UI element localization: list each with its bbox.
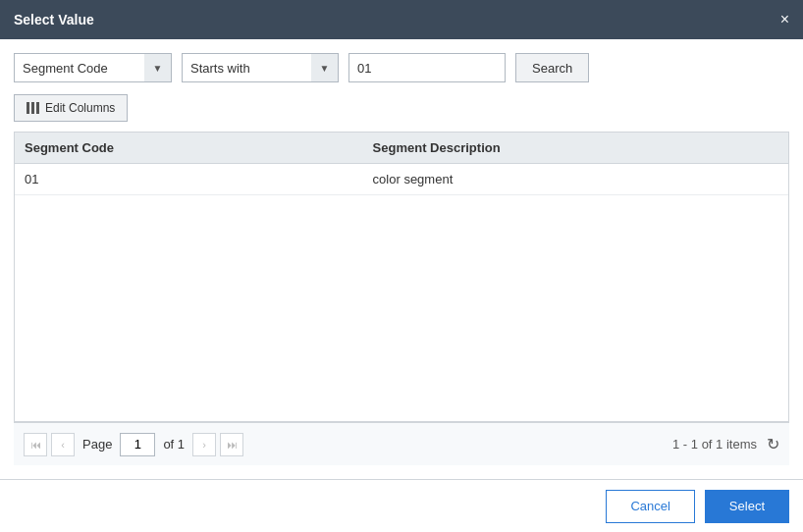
results-table-container: Segment Code Segment Description 01 colo… bbox=[14, 132, 789, 422]
pagination-row: ⏮ ‹ Page of 1 › ⏭ 1 - 1 of 1 items ↻ bbox=[14, 422, 789, 465]
next-page-button[interactable]: › bbox=[192, 433, 216, 456]
results-table: Segment Code Segment Description 01 colo… bbox=[15, 133, 788, 195]
edit-columns-button[interactable]: Edit Columns bbox=[14, 94, 128, 122]
pagination-summary: 1 - 1 of 1 items ↻ bbox=[672, 435, 779, 453]
search-button[interactable]: Search bbox=[515, 53, 589, 82]
pagination-controls: ⏮ ‹ Page of 1 › ⏭ bbox=[24, 433, 243, 456]
condition-select-wrapper: Starts with Contains Equals Ends with ▼ bbox=[182, 53, 339, 82]
column-select-wrapper: Segment Code Segment Description ▼ bbox=[14, 53, 172, 82]
page-label: Page bbox=[82, 437, 112, 452]
cancel-button[interactable]: Cancel bbox=[606, 490, 694, 523]
modal-body: Segment Code Segment Description ▼ Start… bbox=[0, 39, 803, 479]
of-label: of 1 bbox=[163, 437, 185, 452]
first-page-button[interactable]: ⏮ bbox=[24, 433, 47, 456]
prev-page-button[interactable]: ‹ bbox=[51, 433, 75, 456]
table-cell-code: 01 bbox=[15, 164, 363, 195]
select-button[interactable]: Select bbox=[705, 490, 789, 523]
column-header-code: Segment Code bbox=[15, 133, 363, 164]
last-page-button[interactable]: ⏭ bbox=[220, 433, 243, 456]
column-header-description: Segment Description bbox=[363, 133, 788, 164]
modal-footer: Cancel Select bbox=[0, 479, 803, 532]
select-value-modal: Select Value × Segment Code Segment Desc… bbox=[0, 0, 803, 532]
page-number-input[interactable] bbox=[120, 433, 155, 456]
modal-title: Select Value bbox=[14, 12, 94, 27]
edit-columns-label: Edit Columns bbox=[45, 101, 115, 115]
table-cell-description: color segment bbox=[363, 164, 788, 195]
modal-header: Select Value × bbox=[0, 0, 803, 39]
close-button[interactable]: × bbox=[780, 12, 789, 27]
refresh-button[interactable]: ↻ bbox=[767, 435, 779, 453]
column-dropdown[interactable]: Segment Code Segment Description bbox=[14, 53, 172, 82]
items-summary: 1 - 1 of 1 items bbox=[672, 437, 757, 452]
table-header-row: Segment Code Segment Description bbox=[15, 133, 788, 164]
condition-dropdown[interactable]: Starts with Contains Equals Ends with bbox=[182, 53, 339, 82]
table-row[interactable]: 01 color segment bbox=[15, 164, 788, 195]
edit-columns-icon bbox=[27, 102, 39, 114]
toolbar-row: Edit Columns bbox=[14, 94, 789, 122]
search-value-input[interactable] bbox=[348, 53, 506, 82]
filter-row: Segment Code Segment Description ▼ Start… bbox=[14, 53, 789, 82]
